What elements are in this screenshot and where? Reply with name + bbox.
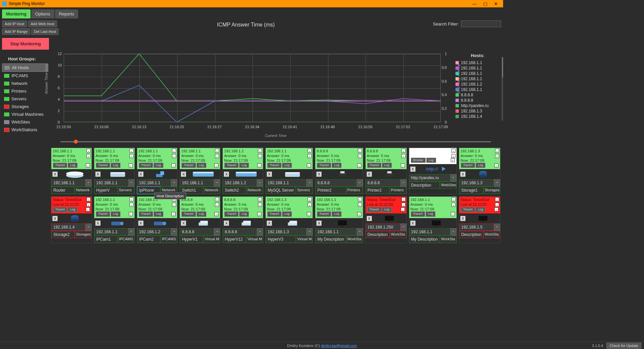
tracert-button[interactable]: Tracert xyxy=(267,163,281,168)
sidebar-item-all-hosts[interactable]: All Hosts xyxy=(2,63,48,72)
dropdown-icon[interactable]: ⌄ xyxy=(129,149,133,153)
host-ip-input[interactable]: 192.168.1.1 xyxy=(266,179,307,187)
dropdown-icon[interactable]: ⌄ xyxy=(495,197,499,201)
sidebar-item-workstations[interactable]: WorkStations xyxy=(2,126,48,134)
dropdown-icon[interactable]: ⌄ xyxy=(450,228,457,236)
log-button[interactable]: Log xyxy=(426,211,435,216)
dropdown-icon[interactable]: ⌄ xyxy=(129,154,133,158)
host-description[interactable]: IpPhone xyxy=(137,187,161,194)
host-group[interactable]: Network xyxy=(75,187,92,194)
log-button[interactable]: Log xyxy=(197,211,206,216)
tracert-button[interactable]: Tracert xyxy=(317,211,331,216)
sidebar-item-printers[interactable]: Printers xyxy=(2,87,48,95)
host-description[interactable]: Switch2 xyxy=(223,187,246,194)
dropdown-icon[interactable]: ⌄ xyxy=(258,154,262,158)
log-button[interactable]: Log xyxy=(68,207,77,212)
host-description[interactable]: Printer2 xyxy=(366,187,390,194)
dropdown-icon[interactable]: ⌄ xyxy=(128,179,135,187)
log-button[interactable]: Log xyxy=(426,158,436,163)
dropdown-icon[interactable]: ⌄ xyxy=(307,179,313,187)
legend-item[interactable]: 192.168.1.1 xyxy=(455,65,500,71)
dropdown-icon[interactable]: ⌄ xyxy=(257,163,261,167)
host-ip-input[interactable]: 192.168.1.1 xyxy=(94,179,128,187)
dropdown-icon[interactable]: ⌄ xyxy=(494,207,498,211)
host-ip-input[interactable]: 8.8.8.8 xyxy=(366,179,400,187)
sidebar-item-servers[interactable]: Servers xyxy=(2,95,48,103)
host-group[interactable]: IPCAMS xyxy=(160,236,177,243)
tracert-button[interactable]: Tracert xyxy=(53,163,67,168)
dropdown-icon[interactable]: ⌄ xyxy=(87,154,91,158)
add-ip-range-button[interactable]: Add IP Range xyxy=(2,28,30,35)
host-group[interactable]: WorkSta xyxy=(483,231,500,238)
dropdown-icon[interactable]: ⌄ xyxy=(358,203,362,207)
host-description[interactable]: IPCam1 xyxy=(94,236,118,243)
tracert-button[interactable]: Tracert xyxy=(181,163,196,168)
host-ip-input[interactable]: 192.168.1.1 xyxy=(180,179,214,187)
dropdown-icon[interactable]: ⌄ xyxy=(257,212,261,216)
host-ip-input[interactable]: 192.168.1.2 xyxy=(223,179,257,187)
remove-host-button[interactable]: X xyxy=(460,216,466,221)
dropdown-icon[interactable]: ⌄ xyxy=(357,179,363,187)
dropdown-icon[interactable]: ⌄ xyxy=(258,203,262,207)
log-button[interactable]: Log xyxy=(197,163,206,168)
legend-item[interactable]: 8.8.8.8 xyxy=(455,92,500,98)
dropdown-icon[interactable]: ⌄ xyxy=(86,163,90,167)
dropdown-icon[interactable]: ⌄ xyxy=(172,149,176,153)
remove-host-button[interactable]: X xyxy=(367,171,372,177)
dropdown-icon[interactable]: ⌄ xyxy=(401,149,406,153)
dropdown-icon[interactable]: ⌄ xyxy=(128,228,135,236)
remove-host-button[interactable]: X xyxy=(410,220,416,226)
host-group[interactable]: Virtual M xyxy=(296,236,313,243)
sidebar-item-storages[interactable]: Storages xyxy=(2,103,48,110)
host-description[interactable]: My Description xyxy=(315,236,346,243)
dropdown-icon[interactable]: ⌄ xyxy=(214,163,218,167)
host-group[interactable]: IPCAMS xyxy=(118,236,135,243)
browse-button[interactable]: Browse xyxy=(411,158,426,163)
host-description[interactable]: HyperV xyxy=(94,187,118,194)
host-group[interactable]: WorkSta xyxy=(440,236,457,243)
log-button[interactable]: Log xyxy=(111,163,120,168)
dropdown-icon[interactable]: ⌄ xyxy=(401,154,406,158)
dropdown-icon[interactable]: ⌄ xyxy=(172,154,176,158)
dropdown-icon[interactable]: ⌄ xyxy=(495,154,499,158)
dropdown-icon[interactable]: ⌄ xyxy=(494,163,498,167)
dropdown-icon[interactable]: ⌄ xyxy=(451,158,455,162)
log-button[interactable]: Log xyxy=(154,211,163,216)
dropdown-icon[interactable]: ⌄ xyxy=(214,179,220,187)
host-ip-input[interactable]: 192.168.1.2 xyxy=(137,228,171,236)
legend-item[interactable]: 192.168.1.2 xyxy=(455,82,500,87)
dropdown-icon[interactable]: ⌄ xyxy=(401,197,406,201)
dropdown-icon[interactable]: ⌄ xyxy=(494,223,500,231)
host-ip-input[interactable]: 192.168.1.1 xyxy=(51,179,86,187)
dropdown-icon[interactable]: ⌄ xyxy=(87,149,91,153)
log-button[interactable]: Log xyxy=(476,163,485,168)
dropdown-icon[interactable]: ⌄ xyxy=(171,179,177,187)
tracert-button[interactable]: Tracert xyxy=(461,207,475,212)
log-button[interactable]: Log xyxy=(282,211,292,216)
remove-host-button[interactable]: X xyxy=(267,220,272,226)
dropdown-icon[interactable]: ⌄ xyxy=(401,163,405,167)
host-ip-input[interactable]: 8.8.8.8 xyxy=(315,179,357,187)
maximize-icon[interactable]: ▢ xyxy=(483,1,487,6)
remove-host-button[interactable]: X xyxy=(138,220,144,226)
legend-item[interactable]: 192.168.1.1 xyxy=(455,76,500,82)
host-ip-input[interactable]: 192.168.1.250 xyxy=(366,223,400,231)
tracert-button[interactable]: Tracert xyxy=(317,163,331,168)
tab-options[interactable]: Options xyxy=(31,9,54,18)
dropdown-icon[interactable]: ⌄ xyxy=(400,179,407,187)
log-button[interactable]: Log xyxy=(476,207,485,212)
host-group[interactable]: Storages xyxy=(75,231,92,238)
host-ip-input[interactable]: 192.168.1.1 xyxy=(94,228,128,236)
remove-host-button[interactable]: X xyxy=(138,171,144,177)
tracert-button[interactable]: Tracert xyxy=(367,163,381,168)
dropdown-icon[interactable]: ⌄ xyxy=(358,149,362,153)
remove-host-button[interactable]: X xyxy=(224,220,229,226)
dropdown-icon[interactable]: ⌄ xyxy=(357,163,361,167)
host-ip-input[interactable]: 192.168.1.1 xyxy=(409,228,450,236)
dropdown-icon[interactable]: ⌄ xyxy=(129,197,133,201)
dropdown-icon[interactable]: ⌄ xyxy=(129,203,133,207)
host-ip-input[interactable]: 192.168.1.3 xyxy=(266,228,307,236)
host-description[interactable]: Description xyxy=(409,182,440,189)
dropdown-icon[interactable]: ⌄ xyxy=(214,212,218,216)
legend-scrollbar[interactable] xyxy=(502,57,503,120)
